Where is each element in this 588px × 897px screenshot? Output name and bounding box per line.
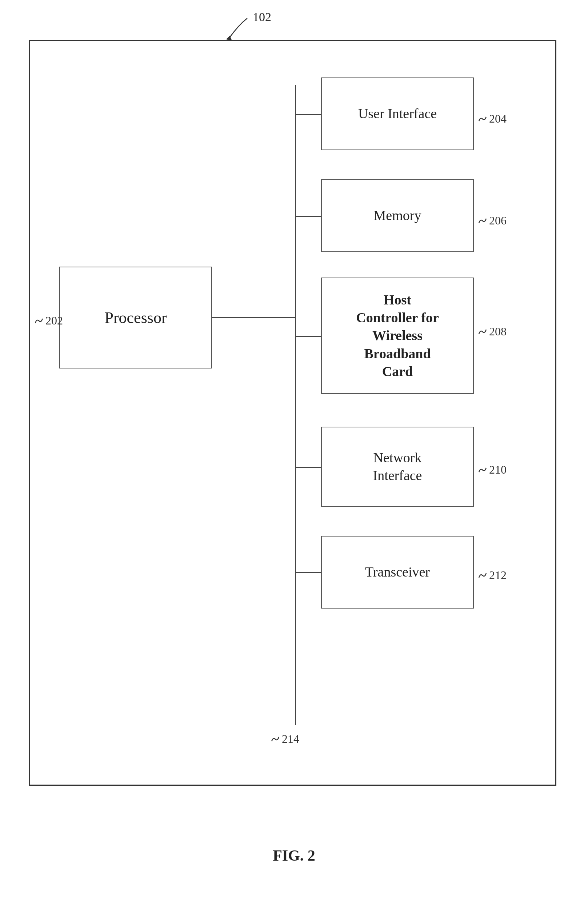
connector-host-controller <box>295 336 321 337</box>
ref-214-label: 214 <box>282 732 299 746</box>
user-interface-box: User Interface <box>321 78 474 150</box>
arrow-102-icon <box>218 15 262 44</box>
ref-210: 210 <box>478 463 507 476</box>
squiggle-208-icon <box>478 327 488 337</box>
connector-memory <box>295 216 321 217</box>
squiggle-202-icon <box>34 316 44 326</box>
user-interface-label: User Interface <box>358 105 437 122</box>
connector-transceiver <box>295 572 321 573</box>
page-container: 102 Processor 202 User Interface <box>0 0 588 897</box>
squiggle-204-icon <box>478 114 488 124</box>
connector-user-interface <box>295 114 321 115</box>
ref-212-label: 212 <box>489 568 507 582</box>
figure-label: FIG. 2 <box>273 847 315 864</box>
ref-214: 214 <box>270 732 299 746</box>
host-controller-label: HostController forWirelessBroadbandCard <box>356 291 439 381</box>
squiggle-206-icon <box>478 216 488 226</box>
network-interface-label: NetworkInterface <box>373 449 422 485</box>
ref-204-label: 204 <box>489 112 507 126</box>
host-controller-box: HostController forWirelessBroadbandCard <box>321 277 474 394</box>
ref-208-label: 208 <box>489 325 507 338</box>
squiggle-210-icon <box>478 465 488 475</box>
ref-206-label: 206 <box>489 214 507 227</box>
processor-to-bus-line <box>212 317 296 318</box>
ref-206: 206 <box>478 214 507 227</box>
processor-box: Processor <box>59 266 212 369</box>
ref-208: 208 <box>478 325 507 338</box>
squiggle-212-icon <box>478 570 488 580</box>
transceiver-label: Transceiver <box>365 563 430 581</box>
squiggle-214-icon <box>270 734 280 744</box>
connector-network-interface <box>295 467 321 468</box>
ref-210-label: 210 <box>489 463 507 476</box>
diagram-bounding-box: Processor 202 User Interface 204 Memory <box>29 40 556 786</box>
ref-212: 212 <box>478 568 507 582</box>
vertical-bus-line <box>295 85 296 725</box>
transceiver-box: Transceiver <box>321 536 474 609</box>
processor-label: Processor <box>104 308 166 327</box>
ref-204: 204 <box>478 112 507 126</box>
memory-label: Memory <box>374 207 422 224</box>
memory-box: Memory <box>321 179 474 252</box>
ref-202: 202 <box>34 314 63 328</box>
network-interface-box: NetworkInterface <box>321 427 474 507</box>
ref-202-label: 202 <box>46 314 63 328</box>
